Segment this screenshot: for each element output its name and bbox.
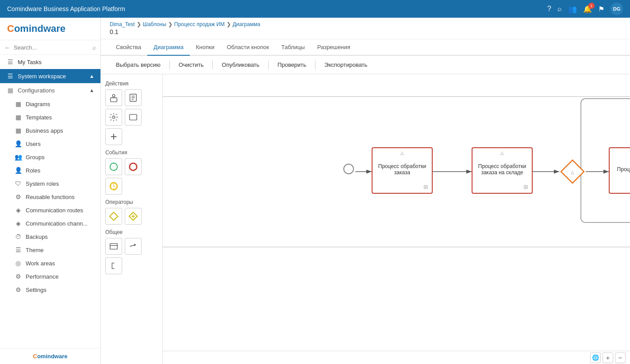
search-icon[interactable]: ⌕ [92,44,96,51]
sequence-flow-shape[interactable] [125,238,142,255]
sidebar-item-label: Backups [26,234,48,240]
pool-shape[interactable] [105,238,122,255]
flag-icon[interactable]: ⚑ [598,5,604,13]
select-version-btn[interactable]: Выбрать версию [110,59,167,70]
content-area: Dima_Test ❯ Шаблоны ❯ Процесс продаж ИМ … [101,18,630,364]
system-roles-icon: 🛡 [14,180,22,187]
warning-icon-2: △ [500,150,504,155]
lane-separator-bottom [163,247,630,247]
tab-permissions[interactable]: Разрешения [311,39,357,56]
sidebar-item-backups[interactable]: ⏱ Backups [0,230,100,243]
sidebar-item-work-areas[interactable]: ◎ Work areas [0,257,100,270]
sidebar-item-users[interactable]: 👤 Users [0,137,100,150]
help-icon[interactable]: ? [547,5,551,13]
work-areas-icon: ◎ [14,260,22,267]
process-label-3: Процесс доставки [614,160,630,181]
timer-event-shape[interactable] [105,178,122,195]
roles-icon: 👤 [14,167,22,174]
breadcrumb-process[interactable]: Процесс продаж ИМ [174,21,225,27]
tab-properties[interactable]: Свойства [110,39,147,56]
avatar[interactable]: DG [611,3,623,15]
service-task-shape[interactable] [105,109,122,126]
tasks-icon: ☰ [6,58,14,65]
sidebar-item-system-workspace[interactable]: ☰ System workspace ▲ [0,69,100,83]
gateway-shape[interactable] [105,208,122,225]
general-shapes [105,238,158,274]
notifications-icon[interactable]: 🔔 1 [583,5,592,13]
zoom-globe-btn[interactable]: 🌐 [590,353,601,363]
main-layout: Comindware ← ⌕ ☰ My Tasks ☰ System works… [0,18,630,364]
diagram-toolbar: Выбрать версию Очистить Опубликовать Про… [101,56,630,74]
sidebar-item-label: Business apps [26,127,63,134]
svg-marker-16 [110,212,118,220]
user-task-shape[interactable] [105,89,122,106]
logo-text: Comindware [7,23,93,34]
tab-tables[interactable]: Таблицы [275,39,311,56]
parallel-gateway-shape[interactable] [125,208,142,225]
empty-task-shape[interactable] [125,109,142,126]
breadcrumb-dima-test[interactable]: Dima_Test [110,21,135,27]
groups-icon: 👥 [14,153,22,161]
search-input[interactable] [14,44,89,51]
sidebar-item-reusable-functions[interactable]: ⚙ Reusable functions [0,190,100,203]
process-node-2[interactable]: △ Процесс обработки заказа на складе ⊞ [472,147,533,194]
reusable-icon: ⚙ [14,193,22,200]
tab-button-areas[interactable]: Области кнопок [221,39,275,56]
operators-title: Операторы [105,199,158,205]
sidebar-item-templates[interactable]: ▦ Templates [0,111,100,124]
sidebar-footer: Comindware [0,348,100,364]
svg-rect-20 [110,244,118,249]
process-label-1: Процесс обработки заказа [373,157,432,184]
sidebar-item-communication-chann[interactable]: ◈ Communication chann... [0,217,100,230]
sidebar-logo: Comindware [0,18,100,40]
process-node-1[interactable]: △ Процесс обработки заказа ⊞ [372,147,433,194]
process-label-2: Процесс обработки заказа на складе [472,157,532,184]
start-event-shape[interactable] [105,158,122,175]
process-node-3[interactable]: △ Процесс доставки ⊞ [609,147,630,194]
sidebar-item-roles[interactable]: 👤 Roles [0,164,100,177]
separator [268,61,269,69]
sidebar-item-system-roles[interactable]: 🛡 System roles [0,177,100,190]
verify-btn[interactable]: Проверить [271,59,312,70]
sidebar-item-diagrams[interactable]: ▦ Diagrams [0,97,100,111]
annotation-shape[interactable] [105,257,122,274]
sidebar-item-communication-routes[interactable]: ◈ Communication routes [0,203,100,217]
start-marker [343,164,354,174]
sidebar-item-label: Reusable functions [26,194,75,200]
sidebar-item-groups[interactable]: 👥 Groups [0,150,100,164]
end-event-shape[interactable] [125,158,142,175]
clear-btn[interactable]: Очистить [173,59,210,70]
export-btn[interactable]: Экспортировать [318,59,373,70]
config-icon: ▦ [6,87,14,94]
version-label: 0.1 [110,27,621,37]
zoom-out-btn[interactable]: − [615,353,626,363]
sidebar-item-label: System workspace [18,73,66,80]
sidebar-item-performance[interactable]: ⚙ Performance [0,270,100,283]
sidebar-item-configurations[interactable]: ▦ Configurations ▲ [0,83,100,97]
zoom-in-btn[interactable]: + [603,353,613,363]
search-icon[interactable]: ⌕ [557,5,562,13]
breadcrumb-templates[interactable]: Шаблоны [143,21,166,27]
back-button[interactable]: ← [4,44,10,51]
tab-buttons[interactable]: Кнопки [190,39,221,56]
sidebar-item-label: Roles [26,167,40,174]
general-title: Общее [105,229,158,235]
topbar-icons: ? ⌕ 👥 🔔 1 ⚑ DG [547,3,623,15]
breadcrumb-diagram[interactable]: Диаграмма [233,21,260,27]
publish-btn[interactable]: Опубликовать [215,59,265,70]
sidebar-item-my-tasks[interactable]: ☰ My Tasks [0,55,100,69]
gateway-node-1[interactable]: △ [560,159,585,184]
sidebar-item-theme[interactable]: ☰ Theme [0,243,100,257]
script-task-shape[interactable] [125,89,142,106]
events-shapes [105,158,158,195]
add-shape[interactable] [105,128,122,145]
sidebar-item-settings[interactable]: ⚙ Settings [0,283,100,296]
svg-line-15 [114,186,115,187]
business-apps-icon: ▦ [14,127,22,134]
tab-diagram[interactable]: Диаграмма [147,39,190,56]
diagram-canvas[interactable]: △ Процесс обработки заказа ⊞ △ Процесс о… [163,74,630,364]
app-title: Comindware Business Application Platform [7,5,125,12]
svg-point-0 [112,95,115,97]
users-icon[interactable]: 👥 [568,5,577,13]
sidebar-item-business-apps[interactable]: ▦ Business apps [0,124,100,137]
